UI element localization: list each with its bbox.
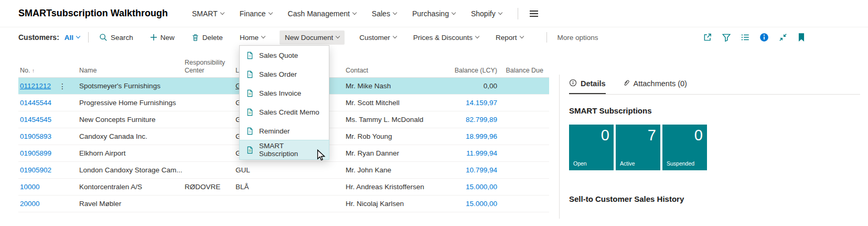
- customer-name: Kontorcentralen A/S: [78, 183, 183, 191]
- new-button[interactable]: New: [148, 30, 177, 45]
- menu-report[interactable]: Report: [494, 30, 526, 45]
- contact-name: Hr. Andreas Kristoffersen: [344, 183, 438, 191]
- tab-details[interactable]: Details: [569, 79, 606, 94]
- chevron-down-icon: [76, 34, 80, 38]
- tab-attachments[interactable]: Attachments (0): [623, 79, 687, 94]
- contact-name: Ms. Tammy L. McDonald: [344, 116, 438, 124]
- chevron-down-icon: [352, 10, 357, 14]
- subscription-cues: 0 Open 7 Active 0 Suspended: [569, 125, 860, 170]
- collapse-icon[interactable]: [777, 32, 789, 43]
- customer-no-link[interactable]: 01445544: [20, 99, 51, 107]
- col-no[interactable]: No. ↑: [18, 67, 78, 77]
- more-options-button[interactable]: More options: [555, 30, 601, 45]
- app-window: SMARTsubscription Walkthrough SMART Fina…: [0, 0, 868, 226]
- context-label: Customers:: [18, 33, 59, 42]
- sales-order-icon: [246, 70, 254, 78]
- balance-link[interactable]: 11.999,94: [466, 149, 497, 157]
- share-icon[interactable]: [702, 32, 713, 43]
- balance-link[interactable]: 15.000,00: [466, 200, 497, 208]
- reminder-icon: [246, 127, 254, 135]
- cue-value: 0: [573, 127, 609, 144]
- customer-no-link[interactable]: 01121212: [20, 82, 51, 90]
- menu-item-sales-quote[interactable]: Sales Quote: [240, 46, 329, 65]
- customer-no-link[interactable]: 10000: [20, 183, 40, 191]
- balance-link[interactable]: 15.000,00: [466, 183, 497, 191]
- contact-name: Mr. Rob Young: [344, 132, 438, 140]
- divider: [518, 8, 518, 19]
- customer-no-link[interactable]: 01454545: [20, 116, 51, 124]
- new-document-dropdown: Sales Quote Sales Order Sales Invoice Sa…: [239, 45, 329, 160]
- contact-name: Mr. Scott Mitchell: [344, 99, 438, 107]
- search-button[interactable]: Search: [97, 30, 135, 45]
- nav-cash-management[interactable]: Cash Management: [288, 9, 356, 18]
- menu-item-sales-order[interactable]: Sales Order: [240, 65, 329, 84]
- col-name[interactable]: Name: [78, 67, 183, 77]
- cue-open[interactable]: 0 Open: [569, 125, 614, 170]
- col-contact[interactable]: Contact: [344, 67, 438, 77]
- col-balance-due[interactable]: Balance Due: [501, 67, 548, 77]
- subscriptions-heading: SMART Subscriptions: [569, 106, 860, 115]
- cue-active[interactable]: 7 Active: [616, 125, 660, 170]
- table-row[interactable]: 10000 Kontorcentralen A/S RØDOVRE BLÅ Hr…: [18, 179, 549, 196]
- cue-label: Active: [620, 160, 656, 167]
- menu-item-smart-subscription[interactable]: SMART Subscription: [240, 140, 329, 159]
- cue-value: 0: [667, 127, 703, 144]
- menu-customer[interactable]: Customer: [357, 30, 399, 45]
- sales-history-heading: Sell-to Customer Sales History: [569, 194, 860, 203]
- menu-item-reminder[interactable]: Reminder: [240, 121, 329, 140]
- top-bar: SMARTsubscription Walkthrough SMART Fina…: [0, 0, 868, 27]
- cue-suspended[interactable]: 0 Suspended: [662, 125, 707, 170]
- show-list-icon[interactable]: [740, 32, 751, 43]
- cue-value: 7: [620, 127, 656, 144]
- chevron-down-icon: [336, 34, 340, 38]
- nav-shopify[interactable]: Shopify: [471, 9, 502, 18]
- more-menu-icon[interactable]: [530, 11, 538, 17]
- menu-item-sales-credit-memo[interactable]: Sales Credit Memo: [240, 102, 329, 121]
- chevron-down-icon: [268, 10, 272, 14]
- customer-no-link[interactable]: 01905893: [20, 132, 51, 140]
- nav-smart[interactable]: SMART: [192, 9, 224, 18]
- table-row[interactable]: 01905902 London Candoxy Storage Cam... G…: [18, 162, 549, 179]
- smart-subscription-icon: [246, 146, 254, 154]
- customer-name: Progressive Home Furnishings: [78, 99, 183, 107]
- paperclip-icon: [623, 79, 630, 88]
- filter-all-dropdown[interactable]: All: [65, 34, 80, 42]
- contact-name: Mr. Ryan Danner: [344, 149, 438, 157]
- chevron-down-icon: [519, 34, 523, 38]
- action-bar: Customers: All Search New Delete Home Ne…: [0, 27, 868, 47]
- balance-link[interactable]: 82.799,89: [466, 116, 497, 124]
- balance-link[interactable]: 18.999,96: [466, 132, 497, 140]
- customer-name: Ravel Møbler: [78, 200, 183, 208]
- page-title: SMARTsubscription Walkthrough: [18, 8, 168, 19]
- action-bar-icons: [702, 27, 807, 47]
- nav-finance[interactable]: Finance: [240, 9, 272, 18]
- col-responsibility-center[interactable]: Responsibility Center: [183, 59, 234, 77]
- balance-link[interactable]: 14.159,97: [466, 99, 497, 107]
- info-icon[interactable]: [758, 32, 770, 43]
- customer-no-link[interactable]: 20000: [20, 200, 40, 208]
- divider: [546, 32, 547, 43]
- menu-prices-discounts[interactable]: Prices & Discounts: [411, 30, 481, 45]
- details-panel: Details Attachments (0) SMART Subscripti…: [569, 47, 860, 203]
- menu-new-document[interactable]: New Document: [280, 30, 345, 45]
- delete-button[interactable]: Delete: [189, 30, 225, 45]
- menu-home[interactable]: Home: [238, 30, 267, 45]
- row-ellipsis-icon[interactable]: ⋮: [59, 82, 66, 90]
- col-balance-lcy[interactable]: Balance (LCY): [438, 67, 501, 77]
- nav-sales[interactable]: Sales: [372, 9, 397, 18]
- divider: [88, 32, 89, 43]
- bookmark-icon[interactable]: [796, 32, 807, 43]
- sort-ascending-icon: ↑: [32, 68, 35, 74]
- customer-no-link[interactable]: 01905899: [20, 149, 51, 157]
- table-row[interactable]: 20000 Ravel Møbler Hr. Nicolaj Karlsen 1…: [18, 196, 549, 212]
- nav-purchasing[interactable]: Purchasing: [412, 9, 455, 18]
- cue-label: Suspended: [667, 160, 703, 167]
- menu-item-sales-invoice[interactable]: Sales Invoice: [240, 84, 329, 102]
- search-icon: [99, 33, 108, 42]
- balance-link[interactable]: 10.799,94: [466, 166, 497, 174]
- contact-name: Hr. Nicolaj Karlsen: [344, 200, 438, 208]
- filter-icon[interactable]: [721, 32, 732, 43]
- customer-no-link[interactable]: 01905902: [20, 166, 51, 174]
- cue-label: Open: [573, 160, 609, 167]
- chevron-down-icon: [220, 10, 224, 14]
